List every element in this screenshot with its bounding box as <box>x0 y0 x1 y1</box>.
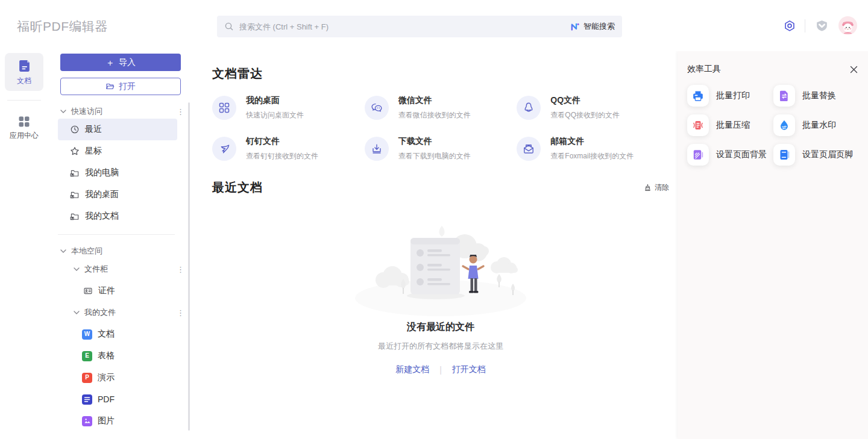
pdf-file-icon <box>82 394 92 405</box>
sidebar-item-certificates[interactable]: 证件 <box>58 280 177 302</box>
cabinet-kebab-icon[interactable]: ⋮ <box>177 266 184 273</box>
empty-illustration <box>350 221 531 316</box>
open-document-link[interactable]: 打开文档 <box>452 364 486 375</box>
chevron-down-icon[interactable] <box>60 249 66 253</box>
radar-item-title: QQ文件 <box>550 95 620 106</box>
quick-access-header: 快速访问 ⋮ <box>60 105 184 117</box>
radar-item-mailbox[interactable]: 邮箱文件 查看Foxmail接收到的文件 <box>517 136 669 161</box>
search-bar[interactable]: 智能搜索 <box>217 16 622 37</box>
close-icon[interactable] <box>849 65 858 74</box>
settings-icon[interactable] <box>784 20 796 32</box>
sidebar-item-label: 我的文档 <box>85 211 119 222</box>
chevron-down-icon[interactable] <box>74 311 80 314</box>
plus-icon: ＋ <box>105 58 115 67</box>
rail-item-documents[interactable]: 文档 <box>5 53 43 91</box>
doc-file-icon: W <box>82 329 92 340</box>
open-label: 打开 <box>119 81 136 92</box>
radar-item-title: 下载文件 <box>398 136 471 147</box>
main-content: 文档雷达 我的桌面 快速访问桌面文件 微信文件 查看微信接收到的文件 <box>193 51 678 439</box>
search-input[interactable] <box>239 22 564 31</box>
chevron-down-icon[interactable] <box>74 267 80 271</box>
membership-icon[interactable] <box>814 18 829 33</box>
desktop-grid-icon <box>212 96 236 120</box>
tool-batch-watermark[interactable]: 批量水印 <box>773 114 858 136</box>
tool-page-background[interactable]: 设置页面背景 <box>687 144 772 166</box>
radar-item-my-desktop[interactable]: 我的桌面 快速访问桌面文件 <box>212 95 365 120</box>
topbar-actions <box>784 16 857 35</box>
ai-search-button[interactable]: 智能搜索 <box>570 21 615 32</box>
radar-item-title: 钉钉文件 <box>246 136 318 147</box>
rail-documents-label: 文档 <box>17 76 31 86</box>
sidebar-item-label: 文档 <box>98 329 115 340</box>
left-rail: 文档 应用中心 <box>0 51 48 439</box>
sidebar-item-label: 星标 <box>85 146 102 157</box>
radar-item-title: 我的桌面 <box>246 95 304 106</box>
tool-label: 批量水印 <box>802 120 836 131</box>
clear-button[interactable]: 清除 <box>644 182 669 193</box>
sidebar-item-starred[interactable]: 星标 <box>58 140 177 162</box>
avatar[interactable] <box>838 16 857 35</box>
import-label: 导入 <box>119 57 136 68</box>
sidebar-item-my-documents[interactable]: 我的文档 <box>58 205 177 227</box>
empty-title: 没有最近的文件 <box>212 321 669 334</box>
radar-item-subtitle: 快速访问桌面文件 <box>246 110 304 120</box>
sidebar-item-pdf[interactable]: PDF <box>58 388 177 410</box>
radar-item-subtitle: 查看QQ接收到的文件 <box>550 110 620 120</box>
radar-title: 文档雷达 <box>212 66 669 82</box>
efficiency-tools-panel: 效率工具 批量打印 批量替换 批量压缩 <box>678 51 868 439</box>
sidebar-item-my-desktop[interactable]: 我的桌面 <box>58 184 177 205</box>
replace-icon <box>773 85 795 107</box>
sidebar-item-images[interactable]: 图片 <box>58 410 177 432</box>
sidebar-item-label: 演示 <box>98 372 115 383</box>
my-files-header[interactable]: 我的文件 ⋮ <box>58 302 184 323</box>
ai-search-label: 智能搜索 <box>583 21 615 32</box>
ai-icon <box>570 22 580 32</box>
radar-item-qq[interactable]: QQ文件 查看QQ接收到的文件 <box>517 95 669 120</box>
document-icon <box>17 59 31 73</box>
sidebar-item-slides[interactable]: P 演示 <box>58 367 177 388</box>
radar-item-downloads[interactable]: 下载文件 查看下载到电脑的文件 <box>365 136 517 161</box>
radar-item-title: 邮箱文件 <box>550 136 634 147</box>
slide-file-icon: P <box>82 373 92 383</box>
rail-item-app-center[interactable]: 应用中心 <box>5 110 43 146</box>
sidebar-item-recent[interactable]: 最近 <box>58 119 177 140</box>
new-document-link[interactable]: 新建文档 <box>395 364 429 375</box>
recent-header: 最近文档 清除 <box>212 179 669 196</box>
tool-label: 批量压缩 <box>716 120 750 131</box>
radar-item-wechat[interactable]: 微信文件 查看微信接收到的文件 <box>365 95 517 120</box>
app-body: 文档 应用中心 ＋ 导入 打开 快速访问 ⋮ <box>0 51 868 439</box>
rail-divider <box>7 100 41 101</box>
broom-icon <box>644 184 652 191</box>
cabinet-header[interactable]: 文件柜 ⋮ <box>58 258 184 280</box>
chevron-down-icon[interactable] <box>60 110 66 113</box>
app-grid-icon <box>18 116 30 128</box>
empty-actions: 新建文档 | 打开文档 <box>212 364 669 375</box>
tool-header-footer[interactable]: 设置页眉页脚 <box>773 144 858 166</box>
shortcut-folder-icon <box>70 211 80 221</box>
open-button[interactable]: 打开 <box>60 78 181 95</box>
sidebar-item-sheets[interactable]: E 表格 <box>58 345 177 367</box>
sidebar-item-docs[interactable]: W 文档 <box>58 323 177 345</box>
id-card-icon <box>83 286 93 296</box>
tool-label: 设置页眉页脚 <box>802 149 853 160</box>
radar-item-dingtalk[interactable]: 钉钉文件 查看钉钉接收到的文件 <box>212 136 365 161</box>
quick-access-kebab-icon[interactable]: ⋮ <box>177 108 184 116</box>
sidebar-item-my-computer[interactable]: 我的电脑 <box>58 162 177 184</box>
tool-label: 设置页面背景 <box>716 149 767 160</box>
tool-batch-replace[interactable]: 批量替换 <box>773 85 858 107</box>
star-icon <box>70 146 80 156</box>
my-files-kebab-icon[interactable]: ⋮ <box>177 309 184 317</box>
tool-batch-compress[interactable]: 批量压缩 <box>687 114 772 136</box>
image-file-icon <box>82 416 92 426</box>
radar-item-subtitle: 查看钉钉接收到的文件 <box>246 151 318 161</box>
tool-batch-print[interactable]: 批量打印 <box>687 85 772 107</box>
sheet-file-icon: E <box>82 351 92 361</box>
sidebar-scrollbar[interactable] <box>188 102 190 431</box>
radar-item-subtitle: 查看微信接收到的文件 <box>398 110 471 120</box>
sidebar-item-label: 最近 <box>85 124 102 135</box>
clock-icon <box>70 125 80 134</box>
shortcut-folder-icon <box>70 168 80 178</box>
open-folder-icon <box>105 82 115 91</box>
dingtalk-icon <box>212 137 236 161</box>
import-button[interactable]: ＋ 导入 <box>60 54 181 71</box>
